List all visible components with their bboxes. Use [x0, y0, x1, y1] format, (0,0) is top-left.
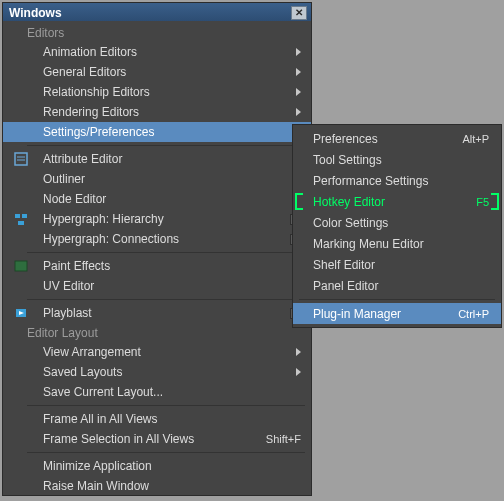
menu-label: Frame Selection in All Views	[43, 432, 194, 446]
submenu-label: Performance Settings	[313, 174, 428, 188]
menu-attribute-editor[interactable]: Attribute Editor	[3, 149, 311, 169]
menu-uv-editor[interactable]: UV Editor	[3, 276, 311, 296]
menu-label: Hypergraph: Connections	[43, 232, 179, 246]
separator	[299, 299, 495, 300]
settings-preferences-submenu: Preferences Alt+P Tool Settings Performa…	[292, 124, 502, 328]
paint-effects-icon	[13, 258, 29, 274]
menu-frame-all[interactable]: Frame All in All Views	[3, 409, 311, 429]
submenu-arrow-icon	[296, 348, 301, 356]
svg-rect-4	[22, 214, 27, 218]
submenu-tool-settings[interactable]: Tool Settings	[293, 149, 501, 170]
shortcut-label: F5	[476, 196, 489, 208]
separator	[27, 452, 305, 453]
menu-label: Outliner	[43, 172, 85, 186]
submenu-label: Plug-in Manager	[313, 307, 401, 321]
svg-rect-5	[18, 221, 24, 225]
menu-raise-application-windows[interactable]: Raise Application Windows	[3, 496, 311, 501]
menu-hypergraph-connections[interactable]: Hypergraph: Connections	[3, 229, 311, 249]
submenu-label: Preferences	[313, 132, 378, 146]
menu-paint-effects[interactable]: Paint Effects	[3, 256, 311, 276]
section-editor-layout: Editor Layout	[3, 323, 311, 342]
submenu-preferences[interactable]: Preferences Alt+P	[293, 128, 501, 149]
menu-label: View Arrangement	[43, 345, 141, 359]
separator	[27, 405, 305, 406]
menu-label: Hypergraph: Hierarchy	[43, 212, 164, 226]
menu-label: Saved Layouts	[43, 365, 122, 379]
menu-settings-preferences[interactable]: Settings/Preferences	[3, 122, 311, 142]
menu-playblast[interactable]: Playblast	[3, 303, 311, 323]
submenu-arrow-icon	[296, 48, 301, 56]
submenu-hotkey-editor[interactable]: Hotkey Editor F5	[293, 191, 501, 212]
svg-rect-3	[15, 214, 20, 218]
menu-raise-main-window[interactable]: Raise Main Window	[3, 476, 311, 496]
svg-rect-6	[15, 261, 27, 271]
menu-hypergraph-hierarchy[interactable]: Hypergraph: Hierarchy	[3, 209, 311, 229]
menu-view-arrangement[interactable]: View Arrangement	[3, 342, 311, 362]
submenu-marking-menu-editor[interactable]: Marking Menu Editor	[293, 233, 501, 254]
section-editors: Editors	[3, 23, 311, 42]
submenu-label: Panel Editor	[313, 279, 378, 293]
submenu-color-settings[interactable]: Color Settings	[293, 212, 501, 233]
submenu-arrow-icon	[296, 88, 301, 96]
menu-label: Frame All in All Views	[43, 412, 158, 426]
submenu-label: Hotkey Editor	[313, 195, 385, 209]
shortcut-label: Shift+F	[266, 433, 301, 445]
menu-node-editor[interactable]: Node Editor	[3, 189, 311, 209]
submenu-panel-editor[interactable]: Panel Editor	[293, 275, 501, 296]
submenu-label: Color Settings	[313, 216, 388, 230]
menu-rendering-editors[interactable]: Rendering Editors	[3, 102, 311, 122]
menu-minimize-application[interactable]: Minimize Application	[3, 456, 311, 476]
separator	[27, 145, 305, 146]
playblast-icon	[13, 305, 29, 321]
menu-saved-layouts[interactable]: Saved Layouts	[3, 362, 311, 382]
menu-general-editors[interactable]: General Editors	[3, 62, 311, 82]
submenu-performance-settings[interactable]: Performance Settings	[293, 170, 501, 191]
menu-save-current-layout[interactable]: Save Current Layout...	[3, 382, 311, 402]
menu-label: General Editors	[43, 65, 126, 79]
submenu-arrow-icon	[296, 368, 301, 376]
menu-label: Node Editor	[43, 192, 106, 206]
menu-body: Editors Animation Editors General Editor…	[3, 21, 311, 501]
submenu-plugin-manager[interactable]: Plug-in Manager Ctrl+P	[293, 303, 501, 324]
menu-label: Rendering Editors	[43, 105, 139, 119]
menu-relationship-editors[interactable]: Relationship Editors	[3, 82, 311, 102]
menu-label: Paint Effects	[43, 259, 110, 273]
submenu-arrow-icon	[296, 68, 301, 76]
hypergraph-icon	[13, 211, 29, 227]
menu-label: Raise Main Window	[43, 479, 149, 493]
submenu-shelf-editor[interactable]: Shelf Editor	[293, 254, 501, 275]
menu-label: UV Editor	[43, 279, 94, 293]
menu-outliner[interactable]: Outliner	[3, 169, 311, 189]
menu-frame-selection[interactable]: Frame Selection in All Views Shift+F	[3, 429, 311, 449]
titlebar: Windows ✕	[3, 3, 311, 21]
separator	[27, 299, 305, 300]
menu-label: Animation Editors	[43, 45, 137, 59]
close-icon[interactable]: ✕	[291, 6, 307, 20]
menu-label: Settings/Preferences	[43, 125, 154, 139]
submenu-label: Marking Menu Editor	[313, 237, 424, 251]
attribute-editor-icon	[13, 151, 29, 167]
shortcut-label: Alt+P	[462, 133, 489, 145]
svg-rect-0	[15, 153, 27, 165]
window-title: Windows	[9, 6, 62, 20]
menu-label: Attribute Editor	[43, 152, 122, 166]
submenu-label: Tool Settings	[313, 153, 382, 167]
menu-label: Playblast	[43, 306, 92, 320]
submenu-arrow-icon	[296, 108, 301, 116]
menu-label: Relationship Editors	[43, 85, 150, 99]
menu-label: Minimize Application	[43, 459, 152, 473]
shortcut-label: Ctrl+P	[458, 308, 489, 320]
menu-label: Save Current Layout...	[43, 385, 163, 399]
submenu-label: Shelf Editor	[313, 258, 375, 272]
menu-animation-editors[interactable]: Animation Editors	[3, 42, 311, 62]
separator	[27, 252, 305, 253]
windows-menu-panel: Windows ✕ Editors Animation Editors Gene…	[2, 2, 312, 496]
